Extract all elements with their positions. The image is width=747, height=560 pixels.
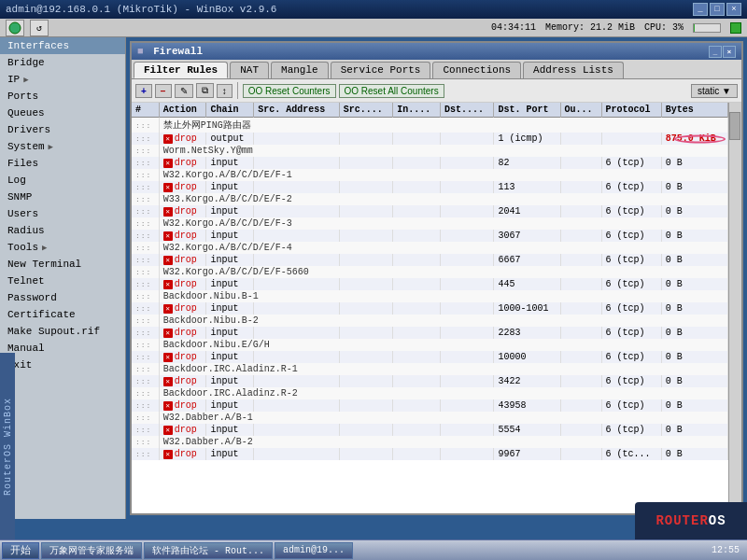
row-dots: :::: [135, 413, 151, 422]
table-row[interactable]: ::: W32.Dabber.A/B-2: [132, 436, 728, 448]
rule-name-label: W32.Korgo.A/B/C/D/E/F-3: [163, 218, 292, 229]
action-drop-label: ✕ drop: [163, 328, 203, 338]
table-row[interactable]: ::: ✕ drop input 2041 6 (tcp) 0 B: [132, 205, 728, 217]
cell-src: [254, 157, 339, 169]
cell-dstport: 445: [494, 278, 560, 290]
table-row[interactable]: ::: 禁止外网PING路由器: [132, 118, 728, 133]
table-row[interactable]: ::: Backdoor.Nibu.B-2: [132, 315, 728, 327]
sidebar-item-drivers[interactable]: Drivers: [0, 121, 125, 138]
sidebar-item-bridge[interactable]: Bridge: [0, 54, 125, 71]
copy-rule-button[interactable]: ⧉: [196, 83, 214, 98]
add-rule-button[interactable]: +: [135, 84, 152, 98]
sidebar-item-system[interactable]: System ▶: [0, 138, 125, 155]
table-row[interactable]: ::: ✕ drop input 2283 6 (tcp) 0 B: [132, 327, 728, 339]
tab-address-lists[interactable]: Address Lists: [523, 62, 624, 78]
sort-button[interactable]: ↕: [217, 84, 233, 98]
close-button[interactable]: ×: [726, 3, 741, 16]
action-drop-label: ✕ drop: [163, 255, 203, 265]
table-row[interactable]: ::: Worm.NetSky.Y@mm: [132, 145, 728, 157]
x-icon: ✕: [163, 231, 173, 241]
row-dots: :::: [135, 121, 151, 130]
cell-bytes: 0 B: [661, 327, 727, 339]
table-row[interactable]: ::: ✕ drop input 82 6 (tcp) 0 B: [132, 157, 728, 169]
cell-num: :::: [132, 339, 159, 351]
sidebar-item-password[interactable]: Password: [0, 289, 125, 306]
reset-all-counters-button[interactable]: OO Reset All Counters: [339, 84, 444, 98]
maximize-button[interactable]: □: [710, 3, 725, 16]
sidebar-item-queues[interactable]: Queues: [0, 105, 125, 121]
fw-close-button[interactable]: ×: [723, 46, 736, 58]
cell-out: [560, 375, 601, 387]
sidebar-item-make-supout[interactable]: Make Supout.rif: [0, 323, 125, 340]
title-bar-buttons[interactable]: _ □ ×: [693, 3, 741, 16]
tab-nat[interactable]: NAT: [230, 62, 269, 78]
sidebar-item-ip[interactable]: IP ▶: [0, 71, 125, 88]
rule-name-label: Backdoor.IRC.Aladinz.R-2: [163, 388, 298, 399]
fw-titlebar-buttons[interactable]: _ ×: [709, 46, 736, 58]
taskbar-item-wanxiang[interactable]: 万象网管专家服务端: [41, 542, 142, 559]
sidebar-item-snmp[interactable]: SNMP: [0, 189, 125, 205]
table-row[interactable]: ::: W32.Korgo.A/B/C/D/E/F-5660: [132, 266, 728, 278]
table-row[interactable]: ::: ✕ drop input 1000-1001 6 (tcp) 0 B: [132, 302, 728, 315]
sidebar-item-tools[interactable]: Tools ▶: [0, 239, 125, 256]
minimize-button[interactable]: _: [693, 3, 708, 16]
sidebar-item-interfaces[interactable]: Interfaces: [0, 37, 125, 54]
table-row[interactable]: ::: W32.Korgo.A/B/C/D/E/F-3: [132, 217, 728, 230]
table-row[interactable]: ::: W33.Korgo.A/B/C/D/E/F-2: [132, 193, 728, 205]
table-row[interactable]: ::: W32.Korgo.A/B/C/D/E/F-4: [132, 242, 728, 254]
table-row[interactable]: ::: ✕ drop input 3422 6 (tcp) 0 B: [132, 375, 728, 387]
table-row[interactable]: ::: W32.Korgo.A/B/C/D/E/F-1: [132, 169, 728, 181]
sidebar-item-radius[interactable]: Radius: [0, 222, 125, 239]
table-row[interactable]: ::: Backdoor.Nibu.E/G/H: [132, 339, 728, 351]
tab-filter-rules[interactable]: Filter Rules: [134, 62, 228, 78]
sidebar-label-users: Users: [7, 208, 38, 219]
sidebar-item-telnet[interactable]: Telnet: [0, 273, 125, 289]
rule-name-label: W33.Korgo.A/B/C/D/E/F-2: [163, 194, 292, 204]
remove-rule-button[interactable]: −: [155, 84, 172, 98]
taskbar-item-forum[interactable]: 软件路由论坛 - Rout...: [144, 542, 273, 559]
cell-src: [254, 205, 339, 217]
table-row[interactable]: ::: Backdoor.IRC.Aladinz.R-1: [132, 363, 728, 375]
sidebar-item-certificate[interactable]: Certificate: [0, 306, 125, 323]
toolbar-refresh[interactable]: ↺: [30, 20, 49, 36]
table-row[interactable]: ::: ✕ drop input 3067 6 (tcp) 0 B: [132, 230, 728, 242]
table-row[interactable]: ::: ✕ drop input 10000 6 (tcp) 0 B: [132, 351, 728, 363]
sidebar-item-manual[interactable]: Manual: [0, 340, 125, 357]
sidebar-label-password: Password: [7, 292, 57, 303]
sidebar-item-log[interactable]: Log: [0, 172, 125, 189]
start-button[interactable]: 开始: [2, 542, 39, 559]
toolbar-logo[interactable]: [6, 20, 24, 36]
table-row[interactable]: ::: ✕ drop output 1 (icmp) 875.0 KiB: [132, 133, 728, 145]
sidebar-item-new-terminal[interactable]: New Terminal: [0, 256, 125, 273]
table-row[interactable]: ::: ✕ drop input 9967 6 (tc... 0 B: [132, 448, 728, 460]
row-dots: :::: [135, 389, 151, 398]
static-dropdown[interactable]: static ▼: [691, 84, 738, 98]
col-in: In....: [393, 103, 441, 118]
sidebar-item-users[interactable]: Users: [0, 205, 125, 222]
sidebar-item-exit[interactable]: Exit: [0, 357, 125, 373]
tab-mangle[interactable]: Mangle: [271, 62, 329, 78]
table-row[interactable]: ::: ✕ drop input 43958 6 (tcp) 0 B: [132, 399, 728, 412]
table-row[interactable]: ::: ✕ drop input 6667 6 (tcp) 0 B: [132, 254, 728, 266]
taskbar-item-admin[interactable]: admin@19...: [275, 542, 353, 559]
sidebar-label-ip: IP: [7, 74, 20, 85]
tab-connections[interactable]: Connections: [432, 62, 521, 78]
vertical-scrollbar[interactable]: [728, 103, 741, 513]
table-row[interactable]: ::: ✕ drop input 5554 6 (tcp) 0 B: [132, 424, 728, 436]
table-row[interactable]: ::: W32.Dabber.A/B-1: [132, 412, 728, 424]
fw-minimize-button[interactable]: _: [709, 46, 722, 58]
row-dots: :::: [135, 316, 151, 325]
edit-rule-button[interactable]: ✎: [175, 84, 193, 98]
cell-in: [393, 205, 441, 217]
sidebar-item-files[interactable]: Files: [0, 155, 125, 172]
reset-counters-button[interactable]: OO Reset Counters: [243, 84, 336, 98]
fw-table-container[interactable]: # Action Chain Src. Address Src.... In..…: [132, 103, 741, 513]
table-row[interactable]: ::: ✕ drop input 445 6 (tcp) 0 B: [132, 278, 728, 290]
table-row[interactable]: ::: ✕ drop input 113 6 (tcp) 0 B: [132, 181, 728, 193]
table-row[interactable]: ::: Backdoor.IRC.Aladinz.R-2: [132, 387, 728, 399]
table-row[interactable]: ::: Backdoor.Nibu.B-1: [132, 290, 728, 302]
tab-service-ports[interactable]: Service Ports: [331, 62, 431, 78]
rule-name-label: W32.Dabber.A/B-2: [163, 437, 253, 447]
cell-src2: [339, 133, 393, 145]
sidebar-item-ports[interactable]: Ports: [0, 88, 125, 105]
